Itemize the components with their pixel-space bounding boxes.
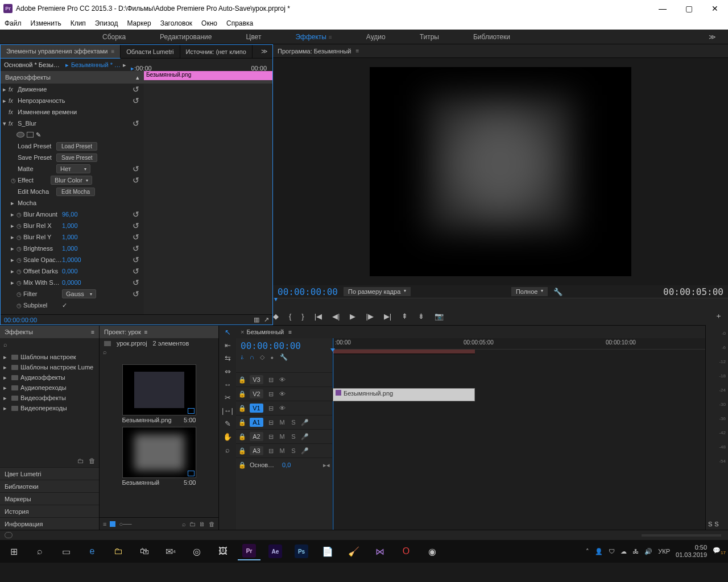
- menu-title[interactable]: Заголовок: [160, 19, 192, 27]
- reset-icon[interactable]: ↺: [130, 119, 142, 128]
- workspace-editing[interactable]: Редактирование: [160, 33, 212, 41]
- go-in-icon[interactable]: |◀: [315, 312, 322, 321]
- rolling-tool-icon[interactable]: ⇔: [225, 367, 231, 376]
- blur-rely-row[interactable]: ▸◷Blur Rel Y1,000↺: [1, 231, 144, 243]
- pen-mask-icon[interactable]: ✎: [36, 131, 41, 139]
- track-master[interactable]: 🔒Основ…0,0▸◂: [236, 458, 332, 472]
- mic-icon[interactable]: 🎤: [301, 419, 309, 426]
- notifications-icon[interactable]: 💬17: [713, 547, 726, 555]
- blur-amount-row[interactable]: ▸◷Blur Amount96,00↺: [1, 209, 144, 220]
- offset-darks-row[interactable]: ▸◷Offset Darks0,000↺: [1, 265, 144, 277]
- reset-icon[interactable]: ↺: [130, 176, 142, 185]
- timeline-clip[interactable]: Безымянный.png: [333, 388, 475, 401]
- reset-icon[interactable]: ↺: [130, 85, 142, 94]
- blur-amount-value[interactable]: 96,00: [62, 211, 78, 218]
- quality-dropdown[interactable]: Полное▾: [511, 287, 548, 296]
- scale-opac-row[interactable]: ▸◷Scale Opac…1,0000↺: [1, 254, 144, 265]
- effects-folder[interactable]: ▸Шаблоны настроек: [0, 352, 99, 362]
- step-back-icon[interactable]: ◀|: [332, 312, 340, 321]
- search-icon[interactable]: ⌕: [103, 348, 107, 355]
- menu-sequence[interactable]: Эпизод: [95, 19, 118, 27]
- maximize-button[interactable]: ▢: [676, 0, 702, 17]
- effects-folder[interactable]: ▸Шаблоны настроек Lume: [0, 362, 99, 372]
- pen-tool-icon[interactable]: ✎: [225, 419, 231, 428]
- value-input[interactable]: 1,0000: [62, 256, 81, 263]
- premiere-icon[interactable]: Pr: [238, 542, 260, 560]
- master-clip-label[interactable]: Основной * Безы…: [4, 61, 60, 68]
- save-preset-button[interactable]: Save Preset: [56, 153, 97, 162]
- filter-dropdown[interactable]: Gauss▾: [62, 289, 96, 298]
- tab-libraries[interactable]: Библиотеки: [0, 480, 99, 492]
- photoshop-icon[interactable]: Ps: [290, 542, 313, 560]
- reset-icon[interactable]: ↺: [130, 210, 142, 219]
- timeline-timecode[interactable]: 00:00:00:00: [241, 340, 301, 351]
- vs-icon[interactable]: ⋈: [369, 542, 391, 560]
- network-icon[interactable]: 🖧: [632, 548, 639, 555]
- explorer-icon[interactable]: 🗀: [107, 542, 130, 560]
- ellipse-mask-icon[interactable]: [16, 132, 24, 138]
- list-view-icon[interactable]: ≡: [103, 521, 106, 527]
- icon-view-icon[interactable]: [110, 521, 115, 527]
- marker-icon[interactable]: ◇: [260, 354, 264, 361]
- slip-tool-icon[interactable]: |↔|: [222, 406, 233, 415]
- timeline-tab[interactable]: Безымянный: [246, 329, 284, 335]
- reset-icon[interactable]: ↺: [130, 267, 142, 276]
- lift-icon[interactable]: ⇞: [402, 312, 408, 321]
- toggle-icon[interactable]: ⊟: [267, 390, 275, 398]
- razor-tool-icon[interactable]: ✂: [225, 393, 231, 402]
- effect-motion[interactable]: ▸fxДвижение↺: [1, 84, 144, 95]
- mark-in-icon[interactable]: ◆: [273, 312, 279, 321]
- menu-marker[interactable]: Маркер: [127, 19, 151, 27]
- wrench-icon[interactable]: 🔧: [280, 354, 288, 361]
- tray-up-icon[interactable]: ˄: [586, 548, 589, 555]
- go-out-icon[interactable]: ▶|: [384, 312, 391, 321]
- search-icon[interactable]: ⌕: [3, 341, 7, 348]
- brightness-row[interactable]: ▸◷Brightness1,000↺: [1, 243, 144, 254]
- stopwatch-icon[interactable]: ◷: [16, 211, 22, 218]
- stopwatch-icon[interactable]: ◷: [16, 291, 22, 297]
- panel-menu-icon[interactable]: ≡: [144, 329, 148, 335]
- track-v3[interactable]: 🔒V3⊟👁: [236, 372, 332, 386]
- track-a3[interactable]: 🔒A3⊟MS🎤: [236, 443, 332, 458]
- effect-timecode[interactable]: 00:00:00:00: [4, 317, 37, 323]
- export-icon[interactable]: ↗: [264, 316, 269, 323]
- menu-help[interactable]: Справка: [226, 19, 253, 27]
- project-item[interactable]: Безымянный.png5:00: [122, 364, 196, 425]
- toggle-icon[interactable]: ⊟: [267, 376, 275, 384]
- eye-icon[interactable]: 👁: [278, 390, 286, 397]
- language-indicator[interactable]: УКР: [658, 548, 670, 555]
- panel-menu-icon[interactable]: ≡: [91, 329, 94, 335]
- search-button[interactable]: ⌕: [28, 542, 51, 560]
- matte-dropdown[interactable]: Нет▾: [56, 164, 90, 173]
- project-tab[interactable]: Проект: урок: [104, 329, 141, 335]
- selection-tool-icon[interactable]: ↖: [225, 328, 231, 336]
- effects-folder[interactable]: ▸Аудиоэффекты: [0, 372, 99, 383]
- loop-icon[interactable]: ▥: [254, 316, 259, 323]
- new-item-icon[interactable]: 🗎: [199, 521, 205, 527]
- toggle-icon[interactable]: ⊟: [267, 419, 275, 426]
- aftereffects-icon[interactable]: Ae: [264, 542, 287, 560]
- eye-icon[interactable]: 👁: [278, 376, 286, 383]
- workspace-effects[interactable]: Эффекты: [295, 33, 326, 41]
- reset-icon[interactable]: ↺: [130, 164, 142, 173]
- chrome-icon[interactable]: ◎: [185, 542, 208, 560]
- export-frame-icon[interactable]: 📷: [435, 312, 444, 321]
- track-v1[interactable]: 🔒V1⊟👁: [236, 401, 332, 415]
- panel-menu-icon[interactable]: ≡: [288, 329, 292, 335]
- stopwatch-icon[interactable]: ◷: [16, 280, 22, 286]
- value-input[interactable]: 1,000: [62, 222, 78, 229]
- value-input[interactable]: 0,000: [62, 268, 78, 275]
- tab-effect-controls[interactable]: Элементы управления эффектами≡: [1, 45, 121, 59]
- load-preset-button[interactable]: Load Preset: [56, 142, 97, 151]
- eye-icon[interactable]: 👁: [278, 405, 286, 411]
- volume-icon[interactable]: 🔊: [644, 548, 652, 555]
- clock[interactable]: 0:5001.03.2019: [676, 544, 707, 559]
- value-input[interactable]: 0,0000: [62, 279, 81, 286]
- track-v2[interactable]: 🔒V2⊟👁: [236, 386, 332, 401]
- opera-icon[interactable]: O: [395, 542, 417, 560]
- value-input[interactable]: 1,000: [62, 234, 78, 240]
- effect-time-remap[interactable]: fxИзменение времени: [1, 106, 144, 118]
- effects-folder[interactable]: ▸Видеопереходы: [0, 403, 99, 413]
- lock-icon[interactable]: 🔒: [238, 433, 246, 440]
- stopwatch-icon[interactable]: ◷: [16, 223, 22, 229]
